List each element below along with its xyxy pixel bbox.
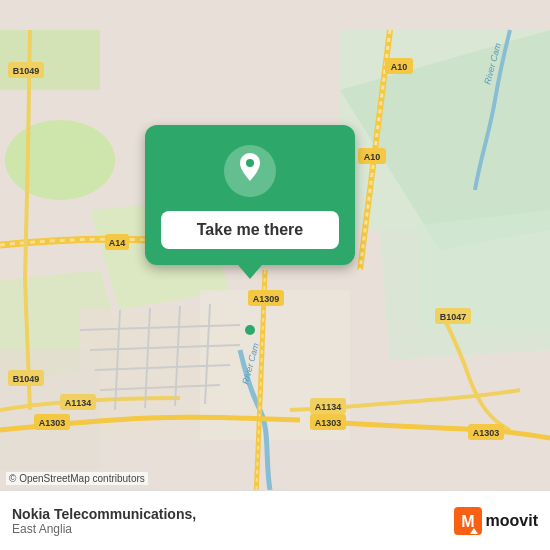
- svg-text:B1049: B1049: [13, 374, 40, 384]
- moovit-logo[interactable]: M moovit: [454, 507, 538, 535]
- popup-card: Take me there: [145, 125, 355, 265]
- location-pin-icon: [235, 153, 265, 189]
- take-me-there-button[interactable]: Take me there: [161, 211, 339, 249]
- svg-text:A10: A10: [364, 152, 381, 162]
- svg-text:A1303: A1303: [39, 418, 66, 428]
- svg-point-45: [245, 325, 255, 335]
- svg-text:A1134: A1134: [315, 402, 342, 412]
- moovit-brand-icon: M: [454, 507, 482, 535]
- svg-text:M: M: [461, 513, 474, 530]
- svg-point-0: [5, 120, 115, 200]
- map-container[interactable]: A10 A10 B1049 B1049 A14 A1309 B1047 A130…: [0, 0, 550, 550]
- svg-text:B1047: B1047: [440, 312, 467, 322]
- location-info: Nokia Telecommunications, East Anglia: [12, 506, 196, 536]
- svg-marker-7: [380, 210, 550, 360]
- map-svg: A10 A10 B1049 B1049 A14 A1309 B1047 A130…: [0, 0, 550, 550]
- location-region: East Anglia: [12, 522, 196, 536]
- svg-text:A1303: A1303: [473, 428, 500, 438]
- svg-text:A1303: A1303: [315, 418, 342, 428]
- pin-icon-container: [224, 145, 276, 197]
- svg-point-46: [246, 159, 254, 167]
- svg-text:A10: A10: [391, 62, 408, 72]
- svg-text:A14: A14: [109, 238, 126, 248]
- svg-text:B1049: B1049: [13, 66, 40, 76]
- copyright-text: © OpenStreetMap contributors: [6, 472, 148, 485]
- moovit-brand-label: moovit: [486, 512, 538, 530]
- svg-rect-1: [0, 30, 100, 90]
- info-bar: Nokia Telecommunications, East Anglia M …: [0, 490, 550, 550]
- svg-text:A1309: A1309: [253, 294, 280, 304]
- location-name: Nokia Telecommunications,: [12, 506, 196, 522]
- svg-text:A1134: A1134: [65, 398, 92, 408]
